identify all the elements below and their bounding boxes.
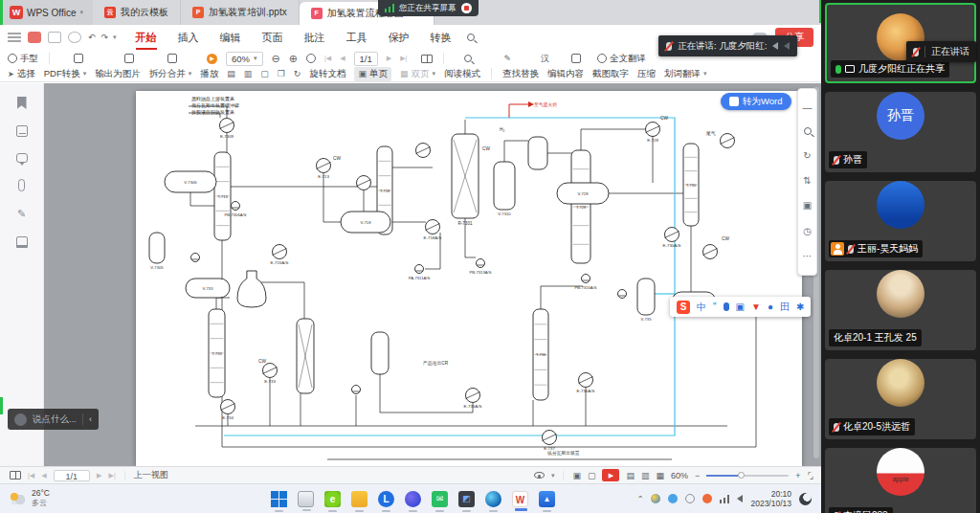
participant-tile[interactable]: 几度夕阳红正在共享正在讲话 [825,3,976,83]
double-page-icon[interactable]: ▥ [641,471,650,480]
lapp-taskbar-icon[interactable] [378,491,394,507]
zoom-out-icon[interactable]: ⊖ [272,53,280,65]
next-page-icon[interactable]: ▶ [97,472,101,480]
document-tab[interactable]: 加氢装置培训.pptx [181,0,300,25]
collapse-chevron-icon[interactable]: ‹ [89,414,92,424]
wps-home-tab[interactable]: WPS Office ▾ [0,0,93,25]
menu-item[interactable]: 开始 [126,28,167,48]
emoji-icon[interactable]: ● [768,297,773,317]
menu-item[interactable]: 编辑 [211,28,251,48]
menu-item[interactable]: 转换 [421,28,461,48]
participant-tile[interactable]: 孙晋孙晋 [825,92,976,172]
zoom-out-icon[interactable]: − [695,471,700,480]
participant-tile[interactable]: 王丽-昊天妈妈 [825,181,976,261]
copy-page-icon[interactable]: ❐ [278,69,285,78]
tray-app-icon[interactable] [651,494,660,503]
find-icon[interactable] [464,55,472,62]
meeting-chat-bar[interactable]: 说点什么... ‹ [8,409,99,430]
play-label-button[interactable]: 播放 [200,68,218,80]
page-nav-input[interactable]: 1/1 [54,470,91,481]
double-page-button[interactable]: ▦双页▾ [400,68,435,80]
continuous-icon[interactable]: ▦ [657,471,665,480]
menu-item[interactable]: 页面 [253,28,293,48]
tray-expand-icon[interactable]: ⌃ [637,495,644,503]
menu-item[interactable]: 插入 [168,28,209,48]
blank-page-icon[interactable]: ▢ [588,471,596,480]
image-tool-icon[interactable]: ▣ [803,200,812,211]
save-icon[interactable] [48,32,61,43]
last-page-icon[interactable]: ▶| [400,55,407,62]
single-page-icon[interactable]: ▤ [626,471,635,480]
participant-tile[interactable]: 化卓20-5洪远哲 [825,359,976,439]
thumbnails-icon[interactable] [16,125,28,137]
mail-taskbar-icon[interactable] [432,491,448,507]
hand-tool-button[interactable]: 手型 [8,53,38,65]
full-translate-button[interactable]: 全文翻译 [597,53,646,65]
comment-icon[interactable] [16,153,28,163]
undo-icon[interactable]: ↶ [88,33,96,42]
edge-taskbar-icon[interactable] [485,491,501,507]
collapse-icon[interactable]: — [803,102,813,113]
tray-app-icon[interactable] [685,494,695,503]
settings-icon[interactable]: ✱ [796,297,804,317]
chevron-down-icon[interactable]: ▾ [113,33,117,41]
night-mode-icon[interactable] [799,493,812,505]
menu-item[interactable]: 批注 [295,28,335,48]
rotate-icon[interactable]: ↻ [294,69,301,78]
comment-page-icon[interactable]: ▣ [572,471,581,480]
find-replace-button[interactable]: 查找替换 [502,68,539,80]
search-icon[interactable] [467,33,475,41]
snip-taskbar-icon[interactable] [458,491,475,507]
voice-input-icon[interactable] [724,302,729,311]
book-view-icon[interactable] [10,471,21,480]
read-mode-button[interactable]: 阅读模式 [444,68,480,80]
zoom-slider[interactable] [706,475,789,477]
attachment-icon[interactable] [18,179,25,191]
network-icon[interactable] [720,495,729,503]
pan-icon[interactable] [306,54,316,63]
start-taskbar-icon[interactable] [271,491,287,507]
convert-to-word-button[interactable]: 转为Word [721,93,791,110]
next-page-icon[interactable]: ▶ [387,55,391,62]
prev-page-icon[interactable]: ◀ [41,472,46,480]
keyboard-icon[interactable]: 田 [780,297,790,317]
tray-app-icon[interactable] [668,494,678,503]
document-area[interactable]: T-713T-718T-728T-730T-733T-736R-7301V-73… [44,83,821,466]
redo-icon[interactable]: ↷ [101,33,109,42]
chevron-down-icon[interactable]: ▾ [551,472,555,480]
edit-content-button[interactable]: 编辑内容 [547,68,584,80]
select-tool-button[interactable]: ➤选择 [8,68,35,80]
clipboard-icon[interactable]: ▣ [736,297,745,317]
single-page-button[interactable]: ▣单页 [354,67,391,81]
split-merge-icon[interactable] [167,54,177,63]
translate-icon[interactable]: 汉 [541,53,549,65]
compress-icon[interactable] [571,54,581,63]
view-mode-icon[interactable] [534,472,545,479]
participant-tile[interactable]: apple李境民233 [825,448,976,513]
tray-app-icon[interactable] [702,494,712,503]
zoom-in-icon[interactable]: + [795,471,800,480]
pdf-convert-icon[interactable] [74,54,83,63]
stamp-icon[interactable] [16,236,28,248]
search-icon[interactable] [804,127,812,135]
first-page-icon[interactable]: |◀ [324,55,331,62]
signature-icon[interactable]: ✎ [17,208,26,220]
folder-taskbar-icon[interactable] [351,491,368,507]
word-translate-button[interactable]: 划词翻译▾ [664,68,707,80]
last-page-icon[interactable]: ▶| [109,472,116,480]
zoom-in-icon[interactable]: ⊕ [289,53,298,65]
screenshot-text-button[interactable]: 截图取字 [592,68,629,80]
swirl-taskbar-icon[interactable] [405,491,421,507]
menu-item[interactable]: 保护 [379,28,419,48]
play-button[interactable] [602,469,619,481]
sort-icon[interactable]: ⇅ [803,175,811,186]
slider-knob[interactable] [738,472,745,479]
zoom-select[interactable]: 60%▾ [226,52,263,66]
export-image-icon[interactable] [124,54,134,63]
layout-icon[interactable]: ▤ [227,69,235,78]
play-button[interactable] [207,54,217,64]
menu-item[interactable]: 工具 [337,28,377,48]
punctuation-icon[interactable]: " [713,297,717,317]
explorer-taskbar-icon[interactable] [298,491,314,507]
page-nav-input[interactable]: 1/1 [354,52,378,66]
